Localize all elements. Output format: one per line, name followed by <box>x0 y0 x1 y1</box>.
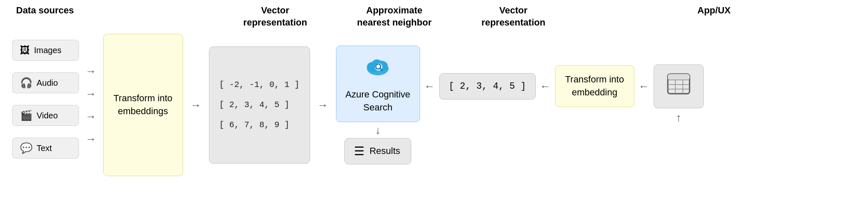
azure-results-col: Azure CognitiveSearch ↓ ☰ Results <box>336 46 420 164</box>
images-label: Images <box>34 46 62 55</box>
vector-rep1-title-container: Vectorrepresentation <box>229 5 321 28</box>
azure-cognitive-search-box: Azure CognitiveSearch <box>336 46 420 122</box>
appux-title-container: App/UX <box>681 5 748 17</box>
vector-rep2-label: Vectorrepresentation <box>481 5 545 28</box>
vector-query-box: [ 2, 3, 4, 5 ] <box>439 73 536 100</box>
approx-nn-title-container: Approximatenearest neighbor <box>346 5 443 28</box>
arrow-text: → <box>82 128 100 150</box>
arrow-right-vector: → <box>191 99 201 112</box>
transform-embedding-box: Transform intoembedding <box>555 65 634 107</box>
approx-nn-label: Approximatenearest neighbor <box>357 5 431 28</box>
arrow-video: → <box>82 105 100 128</box>
data-sources-label: Data sources <box>16 5 74 15</box>
arrow-down-results: ↓ <box>375 122 381 138</box>
arrow-from-vector2: ← <box>424 80 435 93</box>
results-label: Results <box>369 146 400 156</box>
diagram-container: Data sources Vectorrepresentation Approx… <box>12 5 856 205</box>
transform-embedding-label: Transform intoembedding <box>565 73 624 99</box>
vector-rep1-label: Vectorrepresentation <box>243 5 307 28</box>
vector-query-value: [ 2, 3, 4, 5 ] <box>449 81 526 92</box>
down-arrow-icon: ↓ <box>375 125 381 136</box>
arrow-right-video: → <box>86 110 97 123</box>
appux-box <box>654 64 704 108</box>
images-icon: 🖼 <box>20 44 30 56</box>
appux-col: ↑ <box>654 64 704 108</box>
vector-row-1: [ -2, -1, 0, 1 ] <box>219 79 300 91</box>
video-label: Video <box>37 111 58 120</box>
video-icon: 🎬 <box>20 110 33 121</box>
arrow-to-vector: → <box>187 99 205 112</box>
svg-rect-8 <box>668 74 690 80</box>
arrow-left-appux: ← <box>639 80 649 93</box>
azure-search-svg <box>365 55 390 76</box>
results-box: ☰ Results <box>344 138 411 164</box>
source-item-images: 🖼 Images <box>12 40 79 61</box>
arrow-left-from-v2: ← <box>424 80 435 93</box>
source-arrows-col: → → → → <box>82 60 100 150</box>
source-row-text: 💬 Text <box>12 138 79 164</box>
appux-icon <box>666 72 691 100</box>
source-row-video: 🎬 Video <box>12 105 79 132</box>
results-list-icon: ☰ <box>354 144 364 158</box>
text-label: Text <box>37 143 52 153</box>
arrow-right-text: → <box>86 133 97 146</box>
source-item-text: 💬 Text <box>12 138 79 159</box>
source-row-images: 🖼 Images <box>12 40 79 67</box>
vector-row-2: [ 2, 3, 4, 5 ] <box>219 99 290 111</box>
azure-cloud-icon <box>365 54 390 84</box>
vector-representation-box: [ -2, -1, 0, 1 ] [ 2, 3, 4, 5 ] [ 6, 7, … <box>209 46 310 164</box>
arrow-to-azure: → <box>314 99 332 112</box>
arrow-right-images: → <box>86 65 97 78</box>
appux-label: App/UX <box>697 5 731 15</box>
vector-row-3: [ 6, 7, 8, 9 ] <box>219 119 290 131</box>
data-sources-column: 🖼 Images 🎧 Audio 🎬 Video 💬 Tex <box>12 40 79 170</box>
source-row-audio: 🎧 Audio <box>12 72 79 99</box>
arrow-images: → <box>82 60 100 82</box>
audio-icon: 🎧 <box>20 77 33 89</box>
arrow-from-appux: ← <box>639 80 649 93</box>
transform-embeddings-box: Transform intoembeddings <box>103 34 183 176</box>
arrow-audio: → <box>82 82 100 105</box>
source-item-video: 🎬 Video <box>12 105 79 126</box>
appux-svg <box>666 72 691 95</box>
content-bar: 🖼 Images 🎧 Audio 🎬 Video 💬 Tex <box>12 34 856 176</box>
transform-embeddings-label: Transform intoembeddings <box>114 92 173 118</box>
arrow-left-transform2: ← <box>540 80 551 93</box>
data-sources-section-title: Data sources <box>12 5 108 17</box>
arrow-right-audio: → <box>86 87 97 100</box>
arrow-from-transform2: ← <box>540 80 551 93</box>
up-arrow-icon: ↑ <box>676 111 681 124</box>
vector-rep2-title-container: Vectorrepresentation <box>468 5 560 28</box>
audio-label: Audio <box>37 78 58 88</box>
up-arrow-results-appux: ↑ <box>676 111 681 124</box>
arrow-right-azure: → <box>318 99 328 112</box>
azure-label: Azure CognitiveSearch <box>346 88 410 114</box>
text-icon: 💬 <box>20 142 33 154</box>
titles-bar: Data sources Vectorrepresentation Approx… <box>12 5 856 28</box>
source-item-audio: 🎧 Audio <box>12 72 79 93</box>
